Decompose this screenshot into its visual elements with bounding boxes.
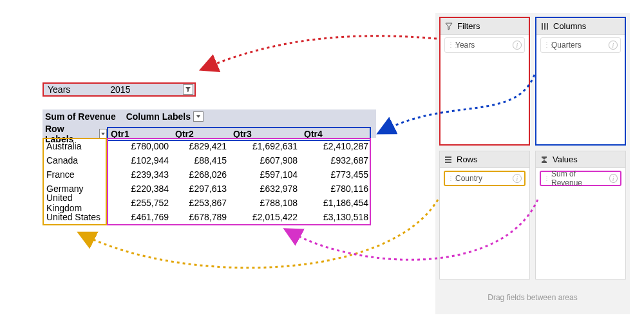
columns-well-body[interactable]: ⋮⋮ Quarters i	[536, 35, 625, 144]
row-label-column: Australia Canada France Germany United K…	[43, 138, 107, 225]
values-well[interactable]: Values ⋮⋮ Sum of Revenue i	[535, 151, 626, 279]
rows-well-header: Rows	[440, 151, 529, 168]
cell: £220,384	[108, 184, 173, 194]
pivot-body: Australia Canada France Germany United K…	[43, 138, 376, 225]
cell: £255,752	[108, 198, 173, 208]
cell: £932,687	[301, 155, 372, 166]
svg-rect-3	[445, 156, 451, 158]
field-pill-quarters[interactable]: ⋮⋮ Quarters i	[540, 37, 621, 53]
cell: £829,421	[173, 141, 231, 151]
sum-of-revenue-label: Sum of Revenue	[43, 111, 116, 122]
rows-well-body[interactable]: ⋮⋮ Country i	[440, 168, 529, 279]
info-icon[interactable]: i	[513, 174, 522, 183]
cell: £102,944	[108, 155, 173, 166]
table-row: £220,384 £297,613 £632,978 £780,116	[108, 182, 370, 196]
pivot-header: Sum of Revenue Column Labels Row Labels …	[43, 109, 376, 138]
table-row: £461,769 £678,789 £2,015,422 £3,130,518	[108, 210, 370, 224]
cell: £1,186,454	[301, 198, 372, 208]
table-row-label: United States	[44, 210, 106, 224]
funnel-icon	[444, 22, 453, 31]
grip-icon: ⋮⋮	[544, 177, 549, 180]
info-icon[interactable]: i	[609, 41, 618, 50]
table-row: £239,343 £268,026 £597,104 £773,455	[108, 167, 370, 182]
funnel-dropdown-icon	[185, 86, 191, 93]
column-labels-label: Column Labels	[126, 111, 191, 122]
cell: £461,769	[108, 212, 173, 222]
cell: £773,455	[301, 169, 372, 180]
cell: £268,026	[173, 169, 231, 180]
cell: £239,343	[108, 169, 173, 180]
rows-well[interactable]: Rows ⋮⋮ Country i	[439, 151, 530, 279]
field-pill-label: Country	[455, 174, 482, 183]
field-pill-country[interactable]: ⋮⋮ Country i	[444, 171, 526, 186]
sigma-icon	[540, 155, 549, 164]
cell: £88,415	[173, 155, 231, 166]
cell: £2,410,287	[301, 141, 372, 151]
filter-dropdown-button[interactable]	[183, 84, 193, 95]
table-row-label: Australia	[44, 139, 106, 153]
values-well-body[interactable]: ⋮⋮ Sum of Revenue i	[536, 168, 625, 279]
chevron-down-icon	[196, 114, 201, 119]
cell: £632,978	[231, 184, 301, 194]
column-labels-dropdown[interactable]	[193, 111, 204, 122]
columns-well-header: Columns	[536, 18, 625, 35]
cell: £253,867	[173, 198, 231, 208]
values-well-header: Values	[536, 151, 625, 168]
field-pill-label: Sum of Revenue	[551, 169, 607, 187]
svg-rect-1	[544, 23, 545, 30]
chevron-down-icon	[100, 131, 106, 137]
table-row-label: France	[44, 167, 106, 182]
columns-well[interactable]: Columns ⋮⋮ Quarters i	[535, 17, 626, 146]
cell: £597,104	[231, 169, 301, 180]
table-row-label: United Kingdom	[44, 196, 106, 210]
table-row: £780,000 £829,421 £1,692,631 £2,410,287	[108, 139, 370, 153]
cell: £678,789	[173, 212, 231, 222]
rows-icon	[444, 155, 453, 164]
grip-icon: ⋮⋮	[544, 44, 549, 46]
field-pill-label: Years	[455, 41, 475, 50]
pivot-header-row2: Row Labels Qtr1 Qtr2 Qtr3 Qtr4	[43, 124, 376, 138]
info-icon[interactable]: i	[513, 41, 522, 50]
filters-well-body[interactable]: ⋮⋮ Years i	[440, 35, 529, 144]
grip-icon: ⋮⋮	[448, 44, 453, 46]
table-row-label: Canada	[44, 153, 106, 167]
filters-well-title: Filters	[457, 21, 480, 31]
value-area: £780,000 £829,421 £1,692,631 £2,410,287 …	[107, 138, 371, 225]
pivot-header-row1: Sum of Revenue Column Labels	[43, 109, 376, 124]
cell: £607,908	[231, 155, 301, 166]
svg-rect-2	[547, 23, 548, 30]
field-pill-sum-revenue[interactable]: ⋮⋮ Sum of Revenue i	[540, 171, 621, 186]
filters-well[interactable]: Filters ⋮⋮ Years i	[439, 17, 530, 146]
table-row: £102,944 £88,415 £607,908 £932,687	[108, 153, 370, 167]
grip-icon: ⋮⋮	[448, 177, 453, 180]
cell: £788,108	[231, 198, 301, 208]
cell: £780,000	[108, 141, 173, 151]
svg-rect-5	[445, 162, 451, 163]
field-pill-years[interactable]: ⋮⋮ Years i	[444, 37, 525, 53]
values-well-title: Values	[553, 155, 578, 164]
cell: £2,015,422	[231, 212, 301, 222]
table-row: £255,752 £253,867 £788,108 £1,186,454	[108, 196, 370, 210]
info-icon[interactable]: i	[609, 174, 618, 183]
cell: £3,130,518	[301, 212, 372, 222]
filter-field-value: 2015	[110, 84, 130, 95]
pivot-table: Sum of Revenue Column Labels Row Labels …	[43, 109, 376, 225]
column-labels-group: Column Labels	[126, 111, 204, 122]
columns-well-title: Columns	[553, 21, 586, 31]
field-pill-label: Quarters	[551, 41, 582, 50]
svg-rect-4	[445, 159, 451, 160]
svg-rect-0	[542, 23, 543, 30]
cell: £780,116	[301, 184, 372, 194]
cell: £297,613	[173, 184, 231, 194]
report-filter-bar: Years 2015	[43, 82, 196, 97]
filter-field-label: Years	[44, 84, 74, 95]
filters-well-header: Filters	[440, 18, 529, 35]
columns-icon	[540, 22, 549, 31]
rows-well-title: Rows	[457, 155, 478, 164]
wells-hint: Drag fields between areas	[439, 285, 626, 310]
field-wells-panel: Filters ⋮⋮ Years i Columns ⋮⋮ Quarters i	[435, 13, 630, 314]
cell: £1,692,631	[231, 141, 301, 151]
